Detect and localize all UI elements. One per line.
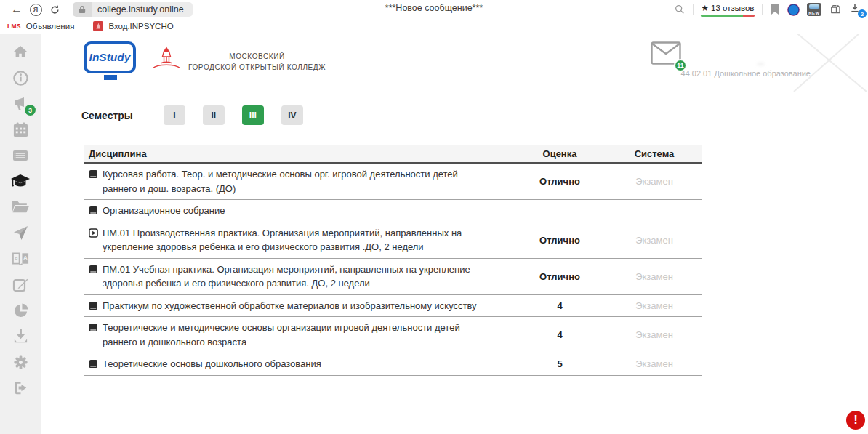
- bookmark-flag-icon[interactable]: [770, 4, 780, 15]
- table-row[interactable]: Теоретические и методические основы орга…: [84, 317, 702, 353]
- table-row[interactable]: Теоретические основы дошкольного образов…: [84, 353, 702, 376]
- instudy-logo-stand: [104, 75, 117, 80]
- grade-value: Отлично: [513, 271, 607, 282]
- college-name-line2: ГОРОДСКОЙ ОТКРЫТЫЙ КОЛЛЕДЖ: [188, 62, 326, 73]
- book-icon: [89, 301, 98, 310]
- student-name-redacted: • •: [741, 60, 781, 66]
- system-value: Экзамен: [607, 329, 702, 340]
- sidebar-item-home[interactable]: [10, 44, 31, 61]
- book-icon: [89, 206, 98, 215]
- sidebar-item-calendar[interactable]: [10, 121, 31, 139]
- paper-plane-icon: [12, 225, 29, 242]
- semester-4-button[interactable]: IV: [281, 105, 303, 125]
- folder-icon: [12, 199, 30, 215]
- table-row[interactable]: Практикум по художественной обработке ма…: [84, 295, 702, 318]
- sidebar-item-languages[interactable]: Aя: [10, 250, 31, 268]
- downloads-button[interactable]: 2: [849, 2, 864, 17]
- sidebar-item-messages[interactable]: [10, 225, 31, 242]
- lock-icon[interactable]: [73, 2, 92, 17]
- reviews-rating-bar: [701, 15, 755, 17]
- star-icon: ★: [702, 4, 709, 12]
- book-icon: [89, 169, 98, 179]
- divider: [693, 4, 694, 15]
- download-icon: [12, 328, 29, 345]
- play-icon: [89, 228, 98, 238]
- back-icon[interactable]: ←: [7, 1, 26, 17]
- bookmark-lms[interactable]: LMS Объявления: [7, 22, 74, 31]
- column-discipline: Дисциплина: [84, 148, 513, 159]
- bookmark-inpsycho[interactable]: Вход.INPSYCHO: [93, 21, 173, 31]
- table-header: Дисциплина Оценка Система: [84, 145, 702, 164]
- grades-table: Дисциплина Оценка Система Курсовая работ…: [84, 145, 702, 376]
- system-value: -: [607, 206, 702, 215]
- error-notification-icon[interactable]: !: [846, 411, 865, 430]
- system-value: Экзамен: [607, 176, 702, 187]
- home-icon: [12, 44, 29, 61]
- table-row[interactable]: Курсовая работа. Теор. и методические ос…: [84, 164, 702, 200]
- semester-switcher: Семестры I II III IV: [81, 105, 321, 125]
- calendar-icon: [12, 121, 29, 138]
- grade-value: -: [513, 206, 607, 215]
- book-icon: [89, 265, 98, 274]
- edit-icon: [12, 276, 29, 294]
- reviews-widget[interactable]: ★ 13 отзывов: [701, 3, 755, 17]
- sidebar-item-logout[interactable]: [10, 379, 31, 397]
- collections-icon[interactable]: [829, 3, 842, 16]
- table-row[interactable]: Организационное собрание - -: [84, 200, 702, 222]
- bookmark-label: Объявления: [26, 22, 75, 31]
- sidebar-item-files[interactable]: [10, 198, 31, 216]
- college-tower-logo: [148, 43, 185, 82]
- sidebar-item-settings[interactable]: [10, 353, 31, 371]
- sidebar-item-statistics[interactable]: [10, 302, 31, 319]
- instudy-logo[interactable]: InStudy: [84, 41, 136, 73]
- page-title: ***Новое сообщение***: [385, 3, 483, 13]
- system-value: Экзамен: [607, 271, 702, 282]
- refresh-icon[interactable]: [45, 1, 64, 17]
- pie-chart-icon: [12, 302, 29, 319]
- table-row[interactable]: ПМ.01 Производственная практика. Организ…: [84, 222, 702, 259]
- grade-value: Отлично: [513, 235, 607, 246]
- mail-button[interactable]: 11: [651, 41, 681, 68]
- grade-value: Отлично: [513, 176, 607, 187]
- semester-3-button[interactable]: III: [242, 105, 264, 125]
- translate-icon: Aя: [12, 251, 30, 267]
- bookmark-label: Вход.INPSYCHO: [108, 22, 173, 31]
- discipline-name: Организационное собрание: [103, 204, 225, 218]
- list-icon: [12, 147, 29, 164]
- page-content: InStudy МОСКОВСКИЙ ГОРОДСКОЙ ОТКРЫТЫЙ КО…: [41, 34, 868, 434]
- browser-toolbar: ← Я college.instudy.online ***Новое сооб…: [0, 0, 868, 19]
- system-value: Экзамен: [607, 235, 702, 246]
- browser-extension-icon[interactable]: [787, 4, 800, 16]
- new-extension-icon[interactable]: NEW: [807, 3, 821, 16]
- sidebar-item-info[interactable]: [10, 70, 31, 87]
- yandex-button[interactable]: Я: [26, 1, 45, 17]
- main-area: 3 Aя: [0, 34, 868, 434]
- address-bar[interactable]: college.instudy.online: [73, 2, 193, 17]
- system-value: Экзамен: [607, 358, 702, 369]
- college-name: МОСКОВСКИЙ ГОРОДСКОЙ ОТКРЫТЫЙ КОЛЛЕДЖ: [188, 51, 326, 73]
- yandex-icon: Я: [30, 4, 42, 16]
- sidebar-item-announcements[interactable]: 3: [10, 95, 31, 113]
- sidebar-item-assignments[interactable]: [10, 276, 31, 294]
- grade-value: 4: [513, 329, 607, 340]
- url-text[interactable]: college.instudy.online: [97, 4, 184, 15]
- browser-window: ← Я college.instudy.online ***Новое сооб…: [0, 0, 868, 434]
- sidebar-item-downloads[interactable]: [10, 328, 31, 345]
- toolbar-right: ★ 13 отзывов NEW 2: [674, 0, 864, 19]
- semester-2-button[interactable]: II: [203, 105, 225, 125]
- downloads-badge: 2: [858, 9, 867, 18]
- extension-thumbnail: [809, 4, 819, 9]
- search-icon[interactable]: [674, 4, 686, 15]
- bookmarks-bar: LMS Объявления Вход.INPSYCHO: [0, 19, 868, 33]
- semester-1-button[interactable]: I: [164, 105, 185, 125]
- column-system: Система: [607, 148, 702, 159]
- sidebar-item-journal[interactable]: [10, 147, 31, 164]
- logout-icon: [12, 379, 29, 396]
- grade-value: 5: [513, 358, 607, 369]
- sidebar-item-grades[interactable]: [10, 173, 31, 190]
- book-icon: [89, 323, 98, 332]
- instudy-logo-text: InStudy: [89, 51, 131, 64]
- discipline-name: Курсовая работа. Теор. и методические ос…: [103, 167, 491, 196]
- reviews-count: 13 отзывов: [711, 4, 754, 12]
- table-row[interactable]: ПМ.01 Учебная практика. Организация меро…: [84, 259, 702, 295]
